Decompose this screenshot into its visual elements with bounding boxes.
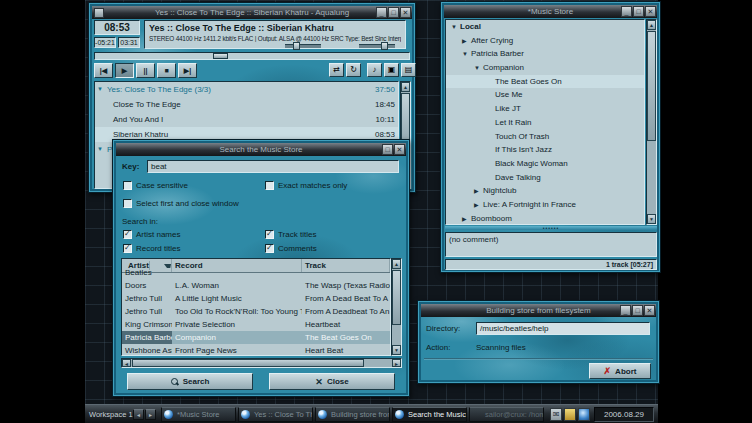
stop-button[interactable]: ■ [157, 63, 176, 78]
track-titles-checkbox[interactable]: Track titles [265, 230, 316, 240]
scroll-up-icon[interactable]: ▲ [647, 20, 656, 30]
volume-slider[interactable] [359, 44, 395, 48]
volume-icon[interactable]: ♪ [367, 63, 382, 77]
seek-handle[interactable] [213, 53, 228, 59]
pause-button[interactable]: || [136, 63, 155, 78]
tree-item-artist[interactable]: ▶After Crying [446, 34, 644, 48]
expander-closed-icon[interactable]: ▶ [474, 199, 483, 212]
next-button[interactable]: ▶| [178, 63, 197, 78]
expander-closed-icon[interactable]: ▶ [462, 213, 471, 225]
file-info-icon[interactable]: ▤ [401, 63, 416, 77]
tree-item-track[interactable]: Like JT [446, 102, 644, 116]
expander-open-icon[interactable]: ▼ [451, 21, 460, 34]
minimize-icon[interactable]: _ [620, 305, 631, 316]
close-icon[interactable]: ✕ [644, 305, 655, 316]
previous-button[interactable]: |◀ [94, 63, 113, 78]
tree-item-track[interactable]: If This Isn't Jazz [446, 143, 644, 157]
table-row-selected[interactable]: Patricia BarberCompanionThe Beat Goes On [122, 331, 390, 344]
expander-closed-icon[interactable]: ▶ [474, 185, 483, 198]
taskbar-button-terminal[interactable]: sailor@crux: /home/sail [469, 407, 544, 422]
expander-closed-icon[interactable]: ▶ [462, 35, 471, 48]
checkbox-checked-icon[interactable] [265, 244, 274, 253]
table-vscrollbar[interactable]: ▲ ▼ [391, 258, 402, 356]
close-icon[interactable]: ✕ [400, 7, 411, 18]
table-row[interactable]: DoorsL.A. WomanThe Wasp (Texas Radio [122, 279, 390, 292]
expander-open-icon[interactable]: ▼ [474, 62, 483, 75]
select-first-checkbox[interactable]: Select first and close window [123, 199, 239, 209]
copy-playlist-icon[interactable]: ▣ [384, 63, 399, 77]
collapse-icon[interactable]: ▼ [97, 142, 103, 157]
scroll-up-icon[interactable]: ▲ [392, 259, 401, 269]
workspace-next-icon[interactable]: ► [145, 409, 156, 420]
close-icon[interactable]: ✕ [645, 6, 656, 17]
exact-matches-checkbox[interactable]: Exact matches only [265, 181, 347, 191]
scroll-right-icon[interactable]: ► [392, 359, 401, 367]
scroll-left-icon[interactable]: ◄ [122, 359, 131, 367]
checkbox-icon[interactable] [123, 199, 132, 208]
shuffle-icon[interactable]: ⇄ [329, 63, 344, 77]
table-row[interactable]: Jethro TullA Little Light MusicFrom A De… [122, 292, 390, 305]
maximize-icon[interactable]: □ [633, 6, 644, 17]
tree-item-record[interactable]: ▶Nightclub [446, 184, 644, 198]
search-titlebar[interactable]: Search the Music Store □ ✕ [116, 143, 406, 156]
minimize-icon[interactable]: _ [621, 6, 632, 17]
table-row[interactable]: King CrimsonPrivate SelectionHeartbeat [122, 318, 390, 331]
taskbar-button-search[interactable]: Search the Music St [392, 407, 467, 422]
window-menu-button[interactable] [94, 8, 104, 18]
scroll-up-icon[interactable]: ▲ [401, 82, 410, 92]
maximize-icon[interactable]: □ [632, 305, 643, 316]
directory-field[interactable]: /music/beatles/help [476, 322, 650, 335]
table-row[interactable]: Wishbone AshFront Page NewsHeart Beat [122, 344, 390, 356]
taskbar-button-build-store[interactable]: Building store from f [315, 407, 390, 422]
minimize-icon[interactable]: _ [376, 7, 387, 18]
comments-checkbox[interactable]: Comments [265, 244, 317, 254]
checkbox-icon[interactable] [123, 181, 132, 190]
table-row[interactable]: Beatles [122, 266, 390, 279]
close-icon[interactable]: ✕ [394, 144, 405, 155]
repeat-icon[interactable]: ↻ [346, 63, 361, 77]
playlist-track[interactable]: And You And I 10:11 [95, 112, 398, 127]
build-titlebar[interactable]: Building store from filesystem _ □ ✕ [421, 304, 656, 317]
tree-item-track[interactable]: Dave Talking [446, 171, 644, 185]
store-tree-scrollbar[interactable]: ▲ ▼ [646, 19, 657, 225]
artist-names-checkbox[interactable]: Artist names [123, 230, 180, 240]
checkbox-icon[interactable] [265, 181, 274, 190]
tree-item-record[interactable]: ▶Live: A Fortnight in France [446, 198, 644, 212]
tree-item-artist[interactable]: ▶Boomboom [446, 212, 644, 225]
case-sensitive-checkbox[interactable]: Case sensitive [123, 181, 188, 191]
globe-tray-icon[interactable] [578, 408, 590, 421]
scroll-down-icon[interactable]: ▼ [392, 345, 401, 355]
tree-item-local[interactable]: ▼Local [446, 20, 644, 34]
table-hscrollbar[interactable]: ◄ ► [121, 358, 402, 368]
playlist-track[interactable]: Close To The Edge 18:45 [95, 97, 398, 112]
table-row[interactable]: Jethro TullToo Old To Rock'N'Roll: Too Y… [122, 305, 390, 318]
playlist-group[interactable]: ▼ Yes: Close To The Edge (3/3) 37:50 [95, 82, 398, 97]
collapse-icon[interactable]: ▼ [97, 82, 103, 97]
balance-slider[interactable] [285, 44, 321, 48]
search-button[interactable]: Search [127, 373, 253, 390]
abort-button[interactable]: ✗Abort [589, 363, 651, 379]
tree-item-track[interactable]: Let It Rain [446, 116, 644, 130]
mail-icon[interactable]: ✉ [550, 408, 562, 421]
tree-item-track-selected[interactable]: The Beat Goes On [446, 75, 644, 89]
tree-item-track[interactable]: Use Me [446, 88, 644, 102]
taskbar-button-player[interactable]: Yes :: Close To The [238, 407, 313, 422]
tree-item-record[interactable]: ▼Companion [446, 61, 644, 75]
seek-bar[interactable] [94, 52, 410, 60]
im-tray-icon[interactable] [564, 408, 576, 421]
tree-item-track[interactable]: Black Magic Woman [446, 157, 644, 171]
play-button[interactable]: ▶ [115, 63, 134, 78]
close-button[interactable]: ✕Close [269, 373, 395, 390]
tree-item-track[interactable]: Touch Of Trash [446, 130, 644, 144]
expander-open-icon[interactable]: ▼ [462, 48, 471, 61]
workspace-prev-icon[interactable]: ◄ [133, 409, 144, 420]
checkbox-checked-icon[interactable] [123, 244, 132, 253]
record-titles-checkbox[interactable]: Record titles [123, 244, 180, 254]
maximize-icon[interactable]: □ [388, 7, 399, 18]
player-titlebar[interactable]: Yes :: Close To The Edge :: Siberian Kha… [92, 6, 412, 19]
key-input[interactable]: beat [147, 160, 399, 173]
tree-item-artist[interactable]: ▼Patricia Barber [446, 47, 644, 61]
checkbox-checked-icon[interactable] [123, 230, 132, 239]
music-store-titlebar[interactable]: *Music Store _ □ ✕ [444, 5, 657, 18]
taskbar-button-music-store[interactable]: *Music Store [161, 407, 236, 422]
